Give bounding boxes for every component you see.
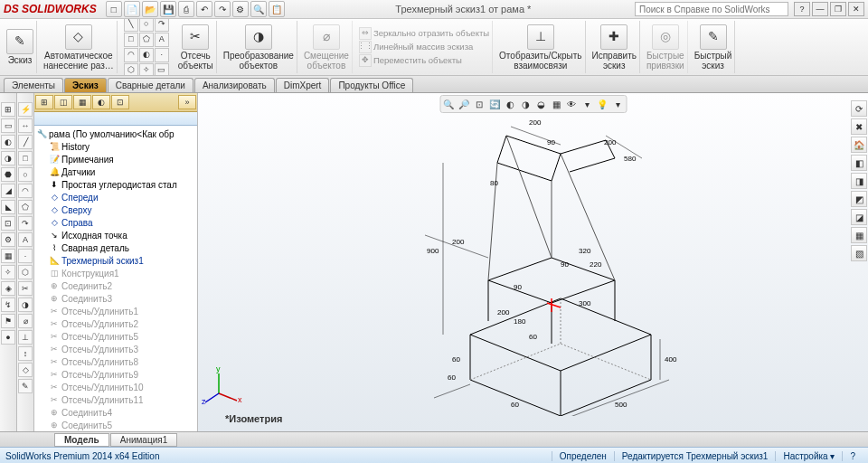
status-help-icon[interactable]: ? xyxy=(842,451,863,461)
toolbar-button[interactable]: ⬠ xyxy=(18,200,33,214)
ribbon-autodim[interactable]: ◇ Автоматическое нанесение раз… xyxy=(41,21,118,73)
toolbar-button[interactable]: ⚑ xyxy=(1,314,15,328)
tab-weldments[interactable]: Сварные детали xyxy=(108,78,193,92)
status-custom[interactable]: Настройка ▾ xyxy=(775,451,842,461)
qat-btn[interactable]: 📂 xyxy=(142,1,158,17)
toolbar-button[interactable]: ⬣ xyxy=(1,167,15,182)
sketch-tool[interactable]: ✧ xyxy=(139,63,154,77)
taskpane-button[interactable]: ◩ xyxy=(851,191,867,207)
qat-btn[interactable]: 📄 xyxy=(124,1,140,17)
sketch-tool[interactable]: ◐ xyxy=(139,48,154,62)
tree-tab[interactable]: ⊞ xyxy=(35,95,53,109)
graphics-view[interactable]: 🔍🔎⊡🔄◐◑◒▦👁▾💡▾ xyxy=(198,93,868,431)
toolbar-button[interactable]: ▭ xyxy=(1,118,15,133)
tree-item[interactable]: 📝Примечания xyxy=(36,153,195,165)
toolbar-button[interactable]: ◢ xyxy=(1,184,15,198)
move-label[interactable]: Переместить объекты xyxy=(373,56,462,65)
tree-item[interactable]: ✂Отсечь/Удлинить5 xyxy=(36,330,195,343)
toolbar-button[interactable]: ⊡ xyxy=(1,216,15,231)
close-button[interactable]: ✕ xyxy=(848,2,864,16)
toolbar-button[interactable]: ✧ xyxy=(1,265,15,279)
minimize-button[interactable]: — xyxy=(812,2,828,16)
sketch-tool[interactable]: □ xyxy=(124,33,138,47)
ribbon-snaps[interactable]: ◎ Быстрые привязки xyxy=(644,21,688,73)
tree-item[interactable]: ✂Отсечь/Удлинить3 xyxy=(36,343,195,355)
tree-item[interactable]: ✂Отсечь/Удлинить8 xyxy=(36,355,195,368)
toolbar-button[interactable]: ◑ xyxy=(1,151,15,165)
sketch-tool[interactable]: ⬡ xyxy=(124,63,138,77)
qat-btn[interactable]: ⎙ xyxy=(178,1,194,17)
toolbar-button[interactable]: ◐ xyxy=(1,135,15,149)
toolbar-button[interactable]: ● xyxy=(1,330,15,345)
tree-item[interactable]: 📜History xyxy=(36,140,195,153)
toolbar-button[interactable]: ⌀ xyxy=(18,314,33,328)
pattern-label[interactable]: Линейный массив эскиза xyxy=(373,43,473,52)
taskpane-button[interactable]: 🏠 xyxy=(851,137,867,153)
toolbar-button[interactable]: A xyxy=(18,232,33,247)
tree-item[interactable]: ⊕Соединить3 xyxy=(36,292,195,305)
taskpane-button[interactable]: ◨ xyxy=(851,173,867,189)
toolbar-button[interactable]: ↕ xyxy=(18,346,33,361)
qat-btn[interactable]: 💾 xyxy=(160,1,176,17)
tab-office[interactable]: Продукты Office xyxy=(330,78,413,92)
ribbon-quick[interactable]: ✎ Быстрый эскиз xyxy=(692,21,736,73)
search-input[interactable] xyxy=(635,2,788,16)
toolbar-button[interactable]: ↯ xyxy=(1,298,15,312)
toolbar-button[interactable]: ⊥ xyxy=(18,330,33,345)
tree-item[interactable]: ⊕Соединить5 xyxy=(36,419,195,431)
toolbar-button[interactable]: ◑ xyxy=(18,298,33,312)
tab-evaluate[interactable]: Анализировать xyxy=(194,78,275,92)
tree-tab[interactable]: ◫ xyxy=(54,95,72,109)
tree-tab[interactable]: » xyxy=(178,95,196,109)
toolbar-button[interactable]: ⬡ xyxy=(18,265,33,279)
toolbar-button[interactable]: ⚡ xyxy=(18,102,33,117)
tree-item[interactable]: 📐Трехмерный эскиз1 xyxy=(36,254,195,267)
tree-item[interactable]: ✂Отсечь/Удлинить1 xyxy=(36,305,195,317)
tree-root[interactable]: 🔧рама (По умолчанию<Как обр xyxy=(36,128,195,140)
tree-item[interactable]: 🔔Датчики xyxy=(36,165,195,178)
tree-item[interactable]: ✂Отсечь/Удлинить11 xyxy=(36,393,195,406)
qat-btn[interactable]: □ xyxy=(106,1,122,17)
tree-tab[interactable]: ⊡ xyxy=(111,95,129,109)
ribbon-offset[interactable]: ⌀ Смещение объектов xyxy=(301,21,353,73)
tab-sketch[interactable]: Эскиз xyxy=(64,78,107,92)
restore-button[interactable]: ❐ xyxy=(830,2,846,16)
toolbar-button[interactable]: ◇ xyxy=(18,363,33,377)
toolbar-button[interactable]: ○ xyxy=(18,167,33,182)
tree-item[interactable]: ⊕Соединить4 xyxy=(36,406,195,419)
sketch-tool[interactable]: ▭ xyxy=(155,63,169,77)
tree-item[interactable]: ⬇Простая углеродистая стал xyxy=(36,178,195,191)
tree-item[interactable]: ✂Отсечь/Удлинить9 xyxy=(36,368,195,381)
toolbar-button[interactable]: ⊞ xyxy=(1,102,15,117)
toolbar-button[interactable]: □ xyxy=(18,151,33,165)
tree-item[interactable]: ✂Отсечь/Удлинить2 xyxy=(36,317,195,330)
tree-tab[interactable]: ▦ xyxy=(73,95,91,109)
qat-btn[interactable]: ⚙ xyxy=(232,1,249,17)
sketch-tool[interactable]: ╲ xyxy=(124,19,138,32)
sketch-tool[interactable]: A xyxy=(155,33,169,47)
taskpane-button[interactable]: ⟳ xyxy=(851,100,867,117)
sketch-tool[interactable]: ○ xyxy=(139,19,154,32)
taskpane-button[interactable]: ✖ xyxy=(851,118,867,135)
taskpane-button[interactable]: ▧ xyxy=(851,245,867,261)
tree-item[interactable]: ⊕Соединить2 xyxy=(36,279,195,292)
qat-btn[interactable]: 🔍 xyxy=(250,1,267,17)
sketch-tool[interactable]: ⬠ xyxy=(139,33,154,47)
tree-item[interactable]: ◇Спереди xyxy=(36,191,195,203)
tree-item[interactable]: ◫Конструкция1 xyxy=(36,267,195,279)
sketch-tool[interactable]: ↷ xyxy=(155,19,169,32)
sketch-tool[interactable]: · xyxy=(155,48,169,62)
taskpane-button[interactable]: ◧ xyxy=(851,155,867,171)
toolbar-button[interactable]: ✎ xyxy=(18,379,33,393)
toolbar-button[interactable]: ⚙ xyxy=(1,232,15,247)
tab-model[interactable]: Модель xyxy=(54,433,109,447)
ribbon-sketch[interactable]: ✎ Эскиз xyxy=(4,21,37,73)
tree-tab[interactable]: ◐ xyxy=(92,95,110,109)
tab-elements[interactable]: Элементы xyxy=(4,78,63,92)
help-button[interactable]: ? xyxy=(794,2,810,16)
toolbar-button[interactable]: ▦ xyxy=(1,249,15,263)
tree-item[interactable]: ↘Исходная точка xyxy=(36,229,195,241)
tab-animation[interactable]: Анимация1 xyxy=(110,433,178,447)
taskpane-button[interactable]: ◪ xyxy=(851,209,867,225)
ribbon-convert[interactable]: ◑ Преобразование объектов xyxy=(221,21,297,73)
